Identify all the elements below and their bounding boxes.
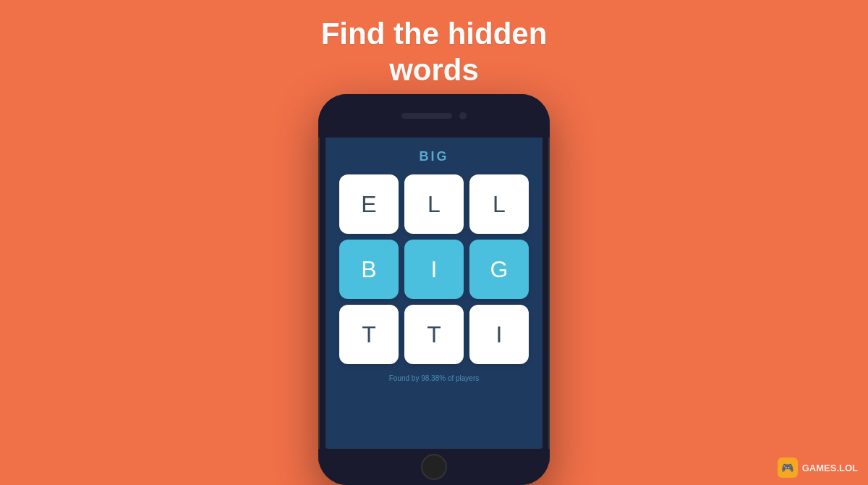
speaker: [401, 113, 452, 119]
grid-cell-0-1[interactable]: L: [404, 174, 464, 234]
phone-wrapper: BIG ELLBIGTTI Found by 98.38% of players: [318, 94, 550, 485]
grid-cell-0-2[interactable]: L: [469, 174, 529, 234]
grid-cell-1-2[interactable]: G: [469, 240, 529, 299]
grid-cell-2-2[interactable]: I: [469, 305, 529, 364]
watermark-emoji: 🎮: [781, 462, 793, 473]
grid-cell-2-1[interactable]: T: [404, 305, 464, 364]
phone: BIG ELLBIGTTI Found by 98.38% of players: [318, 94, 550, 485]
screen-word-label: BIG: [419, 149, 448, 164]
found-text: Found by 98.38% of players: [389, 374, 480, 382]
camera: [459, 112, 467, 119]
watermark-icon: 🎮: [778, 457, 798, 478]
headline: Find the hidden words: [321, 16, 548, 89]
grid-cell-2-0[interactable]: T: [339, 305, 399, 364]
phone-top-bar: [318, 94, 550, 138]
phone-bottom-bar: [318, 449, 550, 485]
watermark: 🎮 GAMES.LOL: [778, 457, 858, 478]
watermark-label: GAMES.LOL: [802, 463, 858, 473]
grid-cell-0-0[interactable]: E: [339, 174, 399, 234]
grid-cell-1-0[interactable]: B: [339, 240, 399, 299]
phone-screen: BIG ELLBIGTTI Found by 98.38% of players: [326, 136, 542, 449]
letter-grid[interactable]: ELLBIGTTI: [331, 174, 537, 364]
grid-cell-1-1[interactable]: I: [404, 240, 464, 299]
home-button[interactable]: [421, 454, 447, 480]
